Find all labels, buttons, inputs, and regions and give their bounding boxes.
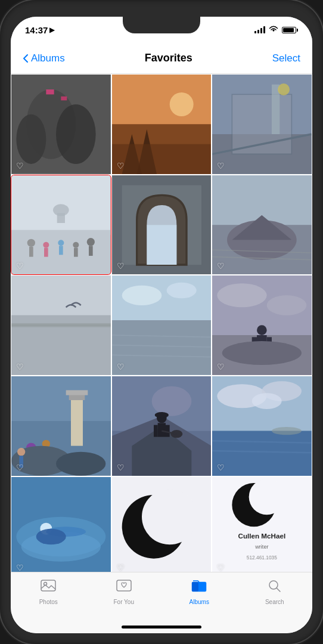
signal-bars xyxy=(254,26,265,33)
svg-rect-88 xyxy=(154,425,158,437)
status-time: 14:37 ▶ xyxy=(25,25,54,35)
back-button[interactable]: Albums xyxy=(23,52,65,64)
select-button[interactable]: Select xyxy=(272,52,300,64)
svg-point-28 xyxy=(58,240,64,246)
tab-bar: Photos For You xyxy=(11,572,312,621)
svg-point-90 xyxy=(170,430,182,438)
svg-rect-120 xyxy=(117,580,131,591)
signal-bar-1 xyxy=(254,31,256,33)
svg-point-86 xyxy=(154,412,168,418)
svg-rect-29 xyxy=(59,246,63,255)
heart-icon-13: ♡ xyxy=(16,563,24,572)
svg-rect-23 xyxy=(57,213,65,223)
for-you-tab-label: For You xyxy=(114,599,134,605)
heart-icon-2: ♡ xyxy=(117,161,125,171)
tab-for-you[interactable]: For You xyxy=(86,578,162,605)
svg-point-82 xyxy=(151,386,191,416)
svg-rect-4 xyxy=(46,89,54,94)
notch xyxy=(123,17,200,33)
svg-point-9 xyxy=(169,92,193,116)
photo-10[interactable]: ♡ xyxy=(11,376,111,476)
signal-bar-2 xyxy=(257,30,259,33)
photo-3[interactable]: ♡ xyxy=(212,74,312,175)
svg-rect-48 xyxy=(11,323,111,327)
heart-icon-1: ♡ xyxy=(16,161,24,171)
heart-icon-9: ♡ xyxy=(217,362,225,371)
svg-point-60 xyxy=(218,284,267,308)
svg-rect-12 xyxy=(112,144,212,174)
photo-13[interactable]: ♡ xyxy=(11,476,111,572)
grid-row-4: ♡ xyxy=(11,376,312,476)
heart-icon-14: ♡ xyxy=(117,563,125,572)
grid-row-5: ♡ ♡ xyxy=(11,476,312,572)
svg-rect-25 xyxy=(29,247,33,257)
svg-point-114 xyxy=(249,479,285,515)
grid-row-1: ♡ ♡ xyxy=(11,74,312,175)
photos-icon xyxy=(41,578,56,596)
svg-point-61 xyxy=(267,296,307,315)
grid-row-2: ♡ ♡ xyxy=(11,175,312,275)
phone-screen: 14:37 ▶ xyxy=(11,17,312,633)
tab-photos[interactable]: Photos xyxy=(11,578,86,605)
svg-point-3 xyxy=(16,114,46,164)
heart-icon-5: ♡ xyxy=(117,261,125,271)
photo-1[interactable]: ♡ xyxy=(11,74,111,175)
svg-line-124 xyxy=(277,588,280,592)
svg-point-96 xyxy=(252,393,282,409)
heart-icon-10: ♡ xyxy=(16,463,24,472)
svg-point-66 xyxy=(222,341,302,365)
photo-14[interactable]: ♡ xyxy=(111,476,212,572)
svg-rect-33 xyxy=(89,246,93,256)
search-tab-label: Search xyxy=(265,599,284,605)
back-label: Albums xyxy=(31,52,65,64)
svg-point-52 xyxy=(122,286,162,305)
svg-point-30 xyxy=(73,242,79,247)
home-indicator-bar xyxy=(11,621,312,633)
search-icon xyxy=(267,578,282,596)
svg-rect-97 xyxy=(212,431,312,476)
svg-text:writer: writer xyxy=(254,544,268,550)
svg-point-110 xyxy=(142,489,197,544)
photo-7[interactable]: ♡ xyxy=(11,275,111,376)
photo-12[interactable]: ♡ xyxy=(212,376,312,476)
svg-rect-5 xyxy=(61,97,67,101)
svg-point-77 xyxy=(56,452,105,476)
status-icons xyxy=(254,25,298,35)
svg-point-53 xyxy=(166,283,196,299)
heart-icon-11: ♡ xyxy=(117,463,125,472)
svg-text:512.461.1035: 512.461.1035 xyxy=(247,555,277,561)
svg-rect-71 xyxy=(66,390,88,395)
tab-search[interactable]: Search xyxy=(237,578,313,605)
signal-bar-3 xyxy=(260,28,262,33)
for-you-icon xyxy=(116,578,132,596)
photo-15[interactable]: Cullen McHael writer 512.461.1035 ♡ xyxy=(212,476,312,572)
phone-frame: 14:37 ▶ xyxy=(0,0,323,644)
home-indicator xyxy=(122,626,201,628)
photo-8[interactable]: ♡ xyxy=(111,275,212,376)
photo-4-selected[interactable]: ♡ xyxy=(11,175,111,275)
svg-point-26 xyxy=(43,242,49,247)
heart-icon-6: ♡ xyxy=(217,261,225,271)
svg-point-98 xyxy=(272,427,302,435)
svg-text:Cullen McHael: Cullen McHael xyxy=(238,532,286,540)
heart-icon-15: ♡ xyxy=(217,563,225,572)
svg-point-2 xyxy=(56,104,96,164)
tab-albums[interactable]: Albums xyxy=(162,578,237,605)
wifi-icon xyxy=(269,25,278,35)
svg-rect-27 xyxy=(44,247,48,256)
photos-tab-label: Photos xyxy=(39,599,58,605)
photo-6[interactable]: ♡ xyxy=(212,175,312,275)
photo-11[interactable]: ♡ xyxy=(111,376,212,476)
heart-icon-4: ♡ xyxy=(16,261,24,271)
page-title: Favorites xyxy=(145,52,192,64)
svg-rect-45 xyxy=(11,275,111,315)
photo-9[interactable]: ♡ xyxy=(212,275,312,376)
heart-icon-12: ♡ xyxy=(217,463,225,472)
heart-icon-3: ♡ xyxy=(217,161,225,171)
svg-rect-89 xyxy=(166,425,170,437)
svg-rect-31 xyxy=(74,247,78,256)
photo-2[interactable]: ♡ xyxy=(111,74,212,175)
heart-icon-7: ♡ xyxy=(16,362,24,371)
svg-point-24 xyxy=(27,239,35,246)
photo-5[interactable]: ♡ xyxy=(111,175,212,275)
